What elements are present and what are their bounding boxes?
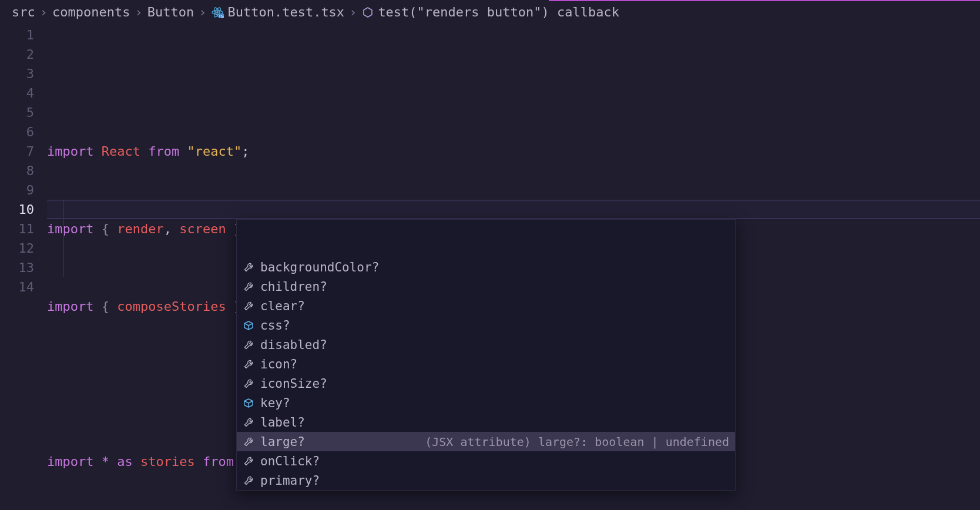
box-icon <box>243 398 254 408</box>
autocomplete-item[interactable]: primary? <box>237 471 735 490</box>
line-number: 6 <box>0 122 34 142</box>
breadcrumb-label: Button.test.tsx <box>227 2 344 22</box>
wrench-icon <box>243 301 254 311</box>
svg-text:TS: TS <box>219 14 224 18</box>
wrench-icon <box>243 262 254 273</box>
wrench-icon <box>243 359 254 370</box>
breadcrumb-segment-symbol[interactable]: test("renders button") callback <box>361 2 619 22</box>
autocomplete-item[interactable]: disabled? <box>237 335 735 354</box>
line-number: 1 <box>0 25 34 45</box>
line-number: 13 <box>0 258 34 277</box>
autocomplete-label: backgroundColor? <box>260 258 379 277</box>
line-number: 4 <box>0 83 34 103</box>
wrench-icon <box>243 475 254 486</box>
autocomplete-label: css? <box>260 316 290 335</box>
line-number: 10 <box>0 200 34 219</box>
chevron-right-icon: › <box>194 2 211 22</box>
autocomplete-item[interactable]: clear? <box>237 296 735 316</box>
wrench-icon <box>243 417 254 428</box>
autocomplete-label: key? <box>260 394 290 412</box>
line-number: 3 <box>0 64 34 83</box>
line-number: 2 <box>0 45 34 64</box>
autocomplete-label: iconSize? <box>260 374 327 393</box>
react-ts-file-icon: TS <box>211 6 224 19</box>
wrench-icon <box>243 340 254 350</box>
line-number: 8 <box>0 161 34 180</box>
autocomplete-item[interactable]: backgroundColor? <box>237 257 735 277</box>
indent-guide <box>63 200 64 277</box>
symbol-method-icon <box>361 6 374 19</box>
autocomplete-item[interactable]: children? <box>237 277 735 296</box>
breadcrumb-label: test("renders button") callback <box>378 2 619 22</box>
autocomplete-label: onClick? <box>260 452 320 471</box>
svg-point-0 <box>216 11 219 14</box>
line-number: 11 <box>0 219 34 239</box>
autocomplete-popup[interactable]: backgroundColor?children?clear?css?disab… <box>236 219 736 491</box>
autocomplete-item[interactable]: iconSize? <box>237 374 735 393</box>
autocomplete-item[interactable]: key? <box>237 393 735 412</box>
wrench-icon <box>243 456 254 467</box>
current-line-highlight <box>47 200 980 219</box>
autocomplete-label: label? <box>260 413 305 432</box>
breadcrumb: src › components › Button › TS Button.te… <box>0 1 980 25</box>
line-number-gutter: 1 2 3 4 5 6 7 8 9 10 11 12 13 14 <box>0 25 47 297</box>
chevron-right-icon: › <box>130 2 147 22</box>
line-number: 12 <box>0 239 34 258</box>
autocomplete-label: clear? <box>260 297 305 316</box>
autocomplete-item[interactable]: label? <box>237 412 735 432</box>
breadcrumb-segment-src[interactable]: src <box>12 2 35 22</box>
autocomplete-label: children? <box>260 277 327 296</box>
breadcrumb-label: components <box>52 2 130 22</box>
autocomplete-label: disabled? <box>260 335 327 354</box>
line-number: 7 <box>0 142 34 161</box>
editor[interactable]: 1 2 3 4 5 6 7 8 9 10 11 12 13 14 import … <box>0 25 980 510</box>
breadcrumb-segment-button[interactable]: Button <box>147 2 194 22</box>
autocomplete-label: primary? <box>260 471 320 490</box>
code-content[interactable]: import React from "react"; import { rend… <box>47 25 980 510</box>
breadcrumb-label: Button <box>147 2 194 22</box>
breadcrumb-segment-file[interactable]: TS Button.test.tsx <box>211 2 344 22</box>
wrench-icon <box>243 437 254 447</box>
line-number: 14 <box>0 277 34 297</box>
chevron-right-icon: › <box>35 2 52 22</box>
line-number: 5 <box>0 103 34 122</box>
autocomplete-item[interactable]: css? <box>237 316 735 335</box>
wrench-icon <box>243 281 254 292</box>
wrench-icon <box>243 378 254 389</box>
breadcrumb-label: src <box>12 2 35 22</box>
line-number: 9 <box>0 180 34 200</box>
autocomplete-label: icon? <box>260 355 297 374</box>
box-icon <box>243 320 254 331</box>
autocomplete-label: large? <box>260 432 305 451</box>
autocomplete-hint: (JSX attribute) large?: boolean | undefi… <box>425 432 729 451</box>
autocomplete-item[interactable]: large?(JSX attribute) large?: boolean | … <box>237 432 735 451</box>
code-line: import React from "react"; <box>47 142 980 161</box>
chevron-right-icon: › <box>344 2 361 22</box>
breadcrumb-segment-components[interactable]: components <box>52 2 130 22</box>
autocomplete-item[interactable]: onClick? <box>237 451 735 471</box>
autocomplete-item[interactable]: icon? <box>237 354 735 374</box>
